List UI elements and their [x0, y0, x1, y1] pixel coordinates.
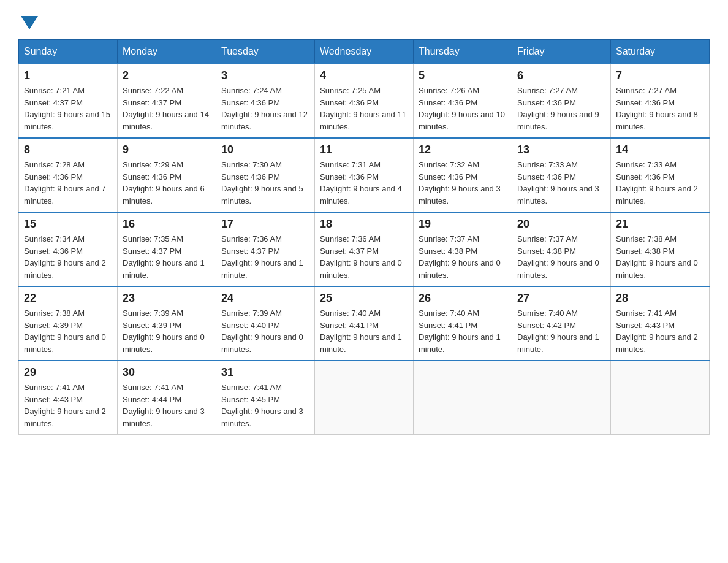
page-header [18, 12, 710, 27]
day-number: 24 [221, 292, 309, 305]
day-info: Sunrise: 7:39 AMSunset: 4:39 PMDaylight:… [123, 307, 211, 355]
day-info: Sunrise: 7:38 AMSunset: 4:39 PMDaylight:… [24, 307, 112, 355]
calendar-cell: 9Sunrise: 7:29 AMSunset: 4:36 PMDaylight… [118, 138, 216, 212]
calendar-cell: 14Sunrise: 7:33 AMSunset: 4:36 PMDayligh… [611, 138, 710, 212]
calendar-cell: 11Sunrise: 7:31 AMSunset: 4:36 PMDayligh… [315, 138, 414, 212]
calendar-cell: 7Sunrise: 7:27 AMSunset: 4:36 PMDaylight… [611, 64, 710, 138]
day-info: Sunrise: 7:34 AMSunset: 4:36 PMDaylight:… [24, 233, 112, 281]
day-number: 19 [419, 218, 507, 231]
day-info: Sunrise: 7:39 AMSunset: 4:40 PMDaylight:… [221, 307, 309, 355]
day-info: Sunrise: 7:24 AMSunset: 4:36 PMDaylight:… [221, 85, 309, 132]
day-info: Sunrise: 7:31 AMSunset: 4:36 PMDaylight:… [320, 159, 408, 207]
calendar-cell: 4Sunrise: 7:25 AMSunset: 4:36 PMDaylight… [315, 64, 414, 138]
day-info: Sunrise: 7:30 AMSunset: 4:36 PMDaylight:… [221, 159, 309, 207]
day-info: Sunrise: 7:40 AMSunset: 4:42 PMDaylight:… [517, 307, 605, 355]
week-row-3: 15Sunrise: 7:34 AMSunset: 4:36 PMDayligh… [19, 212, 710, 286]
column-header-sunday: Sunday [19, 40, 118, 64]
day-info: Sunrise: 7:26 AMSunset: 4:36 PMDaylight:… [419, 85, 507, 132]
day-info: Sunrise: 7:40 AMSunset: 4:41 PMDaylight:… [320, 307, 408, 355]
day-info: Sunrise: 7:22 AMSunset: 4:37 PMDaylight:… [123, 85, 211, 132]
calendar-cell: 12Sunrise: 7:32 AMSunset: 4:36 PMDayligh… [414, 138, 512, 212]
day-info: Sunrise: 7:36 AMSunset: 4:37 PMDaylight:… [320, 233, 408, 281]
column-header-wednesday: Wednesday [315, 40, 414, 64]
day-number: 1 [24, 69, 112, 82]
day-info: Sunrise: 7:40 AMSunset: 4:41 PMDaylight:… [419, 307, 507, 355]
day-number: 26 [419, 292, 507, 305]
day-number: 11 [320, 144, 408, 156]
day-info: Sunrise: 7:33 AMSunset: 4:36 PMDaylight:… [517, 159, 605, 207]
calendar-cell [414, 361, 512, 435]
calendar-cell: 8Sunrise: 7:28 AMSunset: 4:36 PMDaylight… [19, 138, 118, 212]
calendar-cell: 13Sunrise: 7:33 AMSunset: 4:36 PMDayligh… [512, 138, 611, 212]
day-number: 28 [616, 292, 704, 305]
column-header-thursday: Thursday [414, 40, 512, 64]
day-number: 31 [221, 366, 309, 379]
day-number: 10 [221, 144, 309, 156]
day-info: Sunrise: 7:37 AMSunset: 4:38 PMDaylight:… [517, 233, 605, 281]
day-number: 2 [123, 69, 211, 82]
day-number: 4 [320, 69, 408, 82]
column-header-monday: Monday [118, 40, 216, 64]
day-info: Sunrise: 7:41 AMSunset: 4:43 PMDaylight:… [24, 381, 112, 429]
day-info: Sunrise: 7:36 AMSunset: 4:37 PMDaylight:… [221, 233, 309, 281]
week-row-4: 22Sunrise: 7:38 AMSunset: 4:39 PMDayligh… [19, 286, 710, 361]
calendar-cell: 21Sunrise: 7:38 AMSunset: 4:38 PMDayligh… [611, 212, 710, 286]
day-number: 20 [517, 218, 605, 231]
day-number: 3 [221, 69, 309, 82]
calendar-cell: 22Sunrise: 7:38 AMSunset: 4:39 PMDayligh… [19, 286, 118, 361]
calendar-cell [315, 361, 414, 435]
day-number: 21 [616, 218, 704, 231]
day-info: Sunrise: 7:38 AMSunset: 4:38 PMDaylight:… [616, 233, 704, 281]
column-header-saturday: Saturday [611, 40, 710, 64]
day-info: Sunrise: 7:21 AMSunset: 4:37 PMDaylight:… [24, 85, 112, 132]
day-number: 12 [419, 144, 507, 156]
column-header-friday: Friday [512, 40, 611, 64]
day-number: 22 [24, 292, 112, 305]
calendar-cell: 5Sunrise: 7:26 AMSunset: 4:36 PMDaylight… [414, 64, 512, 138]
day-number: 27 [517, 292, 605, 305]
calendar-cell: 25Sunrise: 7:40 AMSunset: 4:41 PMDayligh… [315, 286, 414, 361]
day-number: 14 [616, 144, 704, 156]
day-number: 8 [24, 144, 112, 156]
day-number: 30 [123, 366, 211, 379]
calendar-cell: 10Sunrise: 7:30 AMSunset: 4:36 PMDayligh… [216, 138, 315, 212]
column-header-tuesday: Tuesday [216, 40, 315, 64]
day-info: Sunrise: 7:41 AMSunset: 4:44 PMDaylight:… [123, 381, 211, 429]
calendar-cell [611, 361, 710, 435]
logo [18, 12, 38, 27]
week-row-2: 8Sunrise: 7:28 AMSunset: 4:36 PMDaylight… [19, 138, 710, 212]
day-number: 29 [24, 366, 112, 379]
calendar-cell: 1Sunrise: 7:21 AMSunset: 4:37 PMDaylight… [19, 64, 118, 138]
calendar-cell: 15Sunrise: 7:34 AMSunset: 4:36 PMDayligh… [19, 212, 118, 286]
day-number: 18 [320, 218, 408, 231]
calendar-cell: 17Sunrise: 7:36 AMSunset: 4:37 PMDayligh… [216, 212, 315, 286]
day-number: 5 [419, 69, 507, 82]
calendar-cell: 6Sunrise: 7:27 AMSunset: 4:36 PMDaylight… [512, 64, 611, 138]
day-info: Sunrise: 7:29 AMSunset: 4:36 PMDaylight:… [123, 159, 211, 207]
calendar-cell: 27Sunrise: 7:40 AMSunset: 4:42 PMDayligh… [512, 286, 611, 361]
calendar-cell: 30Sunrise: 7:41 AMSunset: 4:44 PMDayligh… [118, 361, 216, 435]
calendar-header-row: SundayMondayTuesdayWednesdayThursdayFrid… [19, 40, 710, 64]
week-row-1: 1Sunrise: 7:21 AMSunset: 4:37 PMDaylight… [19, 64, 710, 138]
calendar-cell: 31Sunrise: 7:41 AMSunset: 4:45 PMDayligh… [216, 361, 315, 435]
day-info: Sunrise: 7:27 AMSunset: 4:36 PMDaylight:… [616, 85, 704, 132]
day-info: Sunrise: 7:33 AMSunset: 4:36 PMDaylight:… [616, 159, 704, 207]
calendar-cell [512, 361, 611, 435]
day-number: 23 [123, 292, 211, 305]
day-info: Sunrise: 7:35 AMSunset: 4:37 PMDaylight:… [123, 233, 211, 281]
day-info: Sunrise: 7:32 AMSunset: 4:36 PMDaylight:… [419, 159, 507, 207]
day-number: 25 [320, 292, 408, 305]
calendar-cell: 20Sunrise: 7:37 AMSunset: 4:38 PMDayligh… [512, 212, 611, 286]
day-info: Sunrise: 7:41 AMSunset: 4:45 PMDaylight:… [221, 381, 309, 429]
calendar-cell: 28Sunrise: 7:41 AMSunset: 4:43 PMDayligh… [611, 286, 710, 361]
calendar-cell: 23Sunrise: 7:39 AMSunset: 4:39 PMDayligh… [118, 286, 216, 361]
day-number: 9 [123, 144, 211, 156]
calendar-cell: 19Sunrise: 7:37 AMSunset: 4:38 PMDayligh… [414, 212, 512, 286]
calendar-cell: 16Sunrise: 7:35 AMSunset: 4:37 PMDayligh… [118, 212, 216, 286]
day-number: 16 [123, 218, 211, 231]
calendar-cell: 3Sunrise: 7:24 AMSunset: 4:36 PMDaylight… [216, 64, 315, 138]
day-number: 17 [221, 218, 309, 231]
calendar-cell: 24Sunrise: 7:39 AMSunset: 4:40 PMDayligh… [216, 286, 315, 361]
calendar-cell: 29Sunrise: 7:41 AMSunset: 4:43 PMDayligh… [19, 361, 118, 435]
calendar-cell: 2Sunrise: 7:22 AMSunset: 4:37 PMDaylight… [118, 64, 216, 138]
